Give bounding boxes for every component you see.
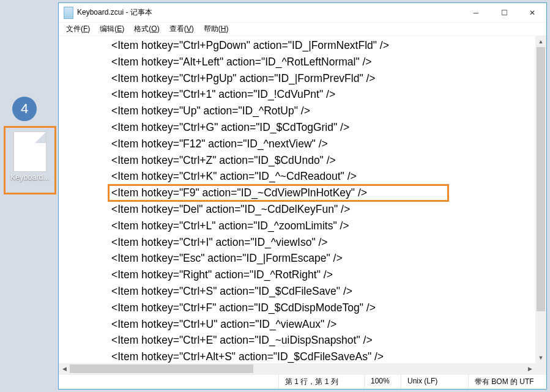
menu-f[interactable]: 文件(F): [61, 23, 95, 35]
code-line[interactable]: <Item hotkey="Ctrl+Z" action="ID_$CdUndo…: [61, 152, 535, 169]
code-line[interactable]: <Item hotkey="F12" action="ID_^nextView"…: [61, 136, 535, 152]
code-line[interactable]: <Item hotkey="Del" action="ID_~CdDelKeyF…: [61, 201, 535, 218]
notepad-window: Keyboard.zcui - 记事本 ─ ☐ ✕ 文件(F)编辑(E)格式(O…: [58, 2, 547, 390]
file-label[interactable]: Keyboard...: [6, 173, 54, 182]
scroll-right-icon[interactable]: ▶: [524, 363, 535, 374]
code-line[interactable]: <Item hotkey="Ctrl+F" action="ID_$CdDisp…: [61, 300, 535, 316]
code-line[interactable]: <Item hotkey="Ctrl+PgUp" action="ID_|For…: [61, 70, 535, 87]
close-button[interactable]: ✕: [518, 4, 546, 22]
desktop-file-highlight: Keyboard...: [4, 126, 56, 194]
statusbar: 第 1 行，第 1 列 100% Unix (LF) 带有 BOM 的 UTF: [59, 374, 546, 389]
hscroll-thumb[interactable]: [70, 364, 253, 373]
maximize-button[interactable]: ☐: [490, 4, 518, 22]
code-line[interactable]: <Item hotkey="Up" action="ID_^RotUp" />: [61, 103, 535, 119]
code-line[interactable]: <Item hotkey="Esc" action="ID_|FormEscap…: [61, 250, 535, 267]
editor-area: <Item hotkey="Ctrl+PgDown" action="ID_|F…: [59, 36, 546, 374]
horizontal-scrollbar[interactable]: ◀ ▶: [59, 363, 535, 374]
status-zoom: 100%: [364, 375, 401, 389]
status-position: 第 1 行，第 1 列: [278, 375, 364, 389]
code-line[interactable]: <Item hotkey="Ctrl+PgDown" action="ID_|F…: [61, 37, 535, 54]
code-line[interactable]: <Item hotkey="Ctrl+G" action="ID_$CdTogG…: [61, 119, 535, 136]
menubar: 文件(F)编辑(E)格式(O)查看(V)帮助(H): [59, 23, 546, 36]
menu-h[interactable]: 帮助(H): [199, 23, 234, 35]
vscroll-thumb[interactable]: [537, 47, 545, 311]
scroll-down-icon[interactable]: ▼: [535, 352, 546, 363]
step-badge: 4: [12, 97, 37, 121]
status-blank: [59, 375, 278, 389]
status-eol: Unix (LF): [401, 375, 468, 389]
vertical-scrollbar[interactable]: ▲ ▼: [535, 36, 546, 363]
titlebar[interactable]: Keyboard.zcui - 记事本 ─ ☐ ✕: [59, 3, 546, 23]
menu-v[interactable]: 查看(V): [165, 23, 199, 35]
code-line[interactable]: <Item hotkey="Ctrl+1" action="ID_!CdVuPn…: [61, 86, 535, 103]
status-encoding: 带有 BOM 的 UTF: [468, 375, 546, 389]
minimize-button[interactable]: ─: [462, 4, 490, 22]
code-line[interactable]: <Item hotkey="F9" action="ID_~CdViewPlnH…: [61, 185, 535, 201]
scroll-up-icon[interactable]: ▲: [535, 36, 546, 47]
code-line[interactable]: <Item hotkey="Ctrl+U" action="ID_^viewAu…: [61, 316, 535, 333]
scrollbar-corner: [535, 363, 546, 374]
scroll-left-icon[interactable]: ◀: [59, 363, 70, 374]
code-line[interactable]: <Item hotkey="Ctrl+L" action="ID_^zoomLi…: [61, 218, 535, 234]
window-title: Keyboard.zcui - 记事本: [77, 7, 152, 18]
text-editor[interactable]: <Item hotkey="Ctrl+PgDown" action="ID_|F…: [59, 36, 535, 363]
code-line[interactable]: <Item hotkey="Right" action="ID_^RotRigh…: [61, 267, 535, 283]
code-line[interactable]: <Item hotkey="Ctrl+E" action="ID_~uiDisp…: [61, 332, 535, 349]
menu-o[interactable]: 格式(O): [129, 23, 164, 35]
code-line[interactable]: <Item hotkey="Alt+Left" action="ID_^RotL…: [61, 54, 535, 70]
app-icon: [64, 7, 73, 19]
code-line[interactable]: <Item hotkey="Ctrl+K" action="ID_^~CdRea…: [61, 168, 535, 185]
menu-e[interactable]: 编辑(E): [95, 23, 129, 35]
code-line[interactable]: <Item hotkey="Ctrl+Alt+S" action="ID_$Cd…: [61, 349, 535, 363]
code-line[interactable]: <Item hotkey="Ctrl+S" action="ID_$CdFile…: [61, 283, 535, 300]
file-icon[interactable]: [13, 131, 46, 172]
code-line[interactable]: <Item hotkey="Ctrl+I" action="ID_^viewIs…: [61, 234, 535, 251]
